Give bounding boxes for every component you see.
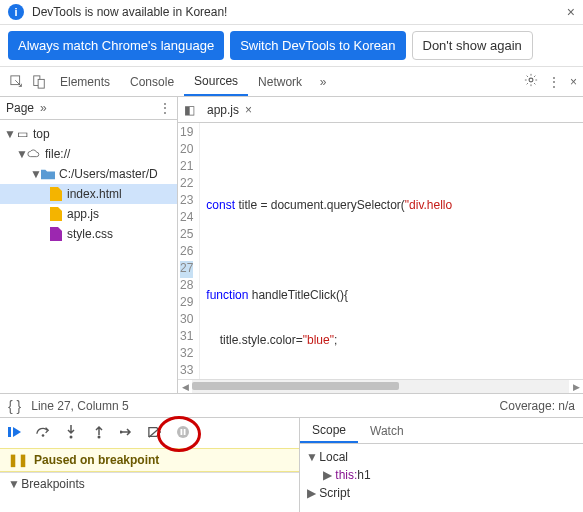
svg-rect-4 xyxy=(8,427,11,437)
tree-file-index[interactable]: index.html xyxy=(0,184,177,204)
tab-elements[interactable]: Elements xyxy=(50,67,120,96)
tab-watch[interactable]: Watch xyxy=(358,418,416,443)
tree-folder[interactable]: ▼C:/Users/master/D xyxy=(0,164,177,184)
info-icon: i xyxy=(8,4,24,20)
editor-tab-appjs[interactable]: app.js× xyxy=(201,100,258,120)
switch-language-button[interactable]: Switch DevTools to Korean xyxy=(230,31,405,60)
tab-sources[interactable]: Sources xyxy=(184,67,248,96)
svg-rect-2 xyxy=(38,79,44,88)
svg-line-9 xyxy=(149,426,161,437)
file-icon xyxy=(48,227,64,241)
svg-rect-12 xyxy=(184,429,186,435)
close-tab-icon[interactable]: × xyxy=(245,103,252,117)
close-devtools-icon[interactable]: × xyxy=(570,75,577,89)
window-icon: ▭ xyxy=(14,127,30,141)
match-language-button[interactable]: Always match Chrome's language xyxy=(8,31,224,60)
scope-this[interactable]: ▶ this: h1 xyxy=(306,466,577,484)
scroll-right-icon[interactable]: ▶ xyxy=(569,380,583,393)
settings-icon[interactable] xyxy=(524,73,538,90)
close-icon[interactable]: × xyxy=(567,4,575,20)
line-gutter[interactable]: 19202122232425262728293031323334 xyxy=(178,123,200,379)
kebab-menu-icon[interactable]: ⋮ xyxy=(548,75,560,89)
scope-script[interactable]: ▶ Script xyxy=(306,484,577,502)
tree-file-app[interactable]: app.js xyxy=(0,204,177,224)
tree-file-style[interactable]: style.css xyxy=(0,224,177,244)
info-text: DevTools is now available in Korean! xyxy=(32,5,227,19)
scroll-left-icon[interactable]: ◀ xyxy=(178,380,192,393)
folder-icon xyxy=(40,167,56,181)
code-area[interactable]: const title = document.querySelector("di… xyxy=(200,123,583,379)
more-page-icon[interactable]: » xyxy=(40,101,47,115)
pause-exceptions-icon[interactable] xyxy=(176,425,190,442)
inspect-icon[interactable] xyxy=(6,75,28,89)
svg-rect-11 xyxy=(181,429,183,435)
svg-point-3 xyxy=(529,78,533,82)
resume-icon[interactable] xyxy=(8,425,22,442)
svg-point-6 xyxy=(70,435,73,438)
step-out-icon[interactable] xyxy=(92,425,106,442)
coverage-status[interactable]: Coverage: n/a xyxy=(500,399,575,413)
sidebar-kebab-icon[interactable]: ⋮ xyxy=(159,101,171,115)
file-icon xyxy=(48,207,64,221)
tab-console[interactable]: Console xyxy=(120,67,184,96)
nav-icon[interactable]: ◧ xyxy=(184,103,195,117)
deactivate-breakpoints-icon[interactable] xyxy=(148,425,162,442)
device-icon[interactable] xyxy=(28,75,50,89)
step-into-icon[interactable] xyxy=(64,425,78,442)
tree-file-origin[interactable]: ▼file:// xyxy=(0,144,177,164)
tree-top[interactable]: ▼▭top xyxy=(0,124,177,144)
svg-point-8 xyxy=(120,430,123,433)
pretty-print-icon[interactable]: { } xyxy=(8,398,21,414)
file-icon xyxy=(48,187,64,201)
tab-network[interactable]: Network xyxy=(248,67,312,96)
horizontal-scrollbar[interactable]: ◀ ▶ xyxy=(178,379,583,393)
tab-scope[interactable]: Scope xyxy=(300,418,358,443)
scope-local[interactable]: ▼ Local xyxy=(306,448,577,466)
cursor-position: Line 27, Column 5 xyxy=(31,399,128,413)
step-over-icon[interactable] xyxy=(36,425,50,442)
cloud-icon xyxy=(26,147,42,161)
svg-point-5 xyxy=(42,434,45,437)
breakpoints-section[interactable]: ▼ Breakpoints xyxy=(0,472,299,495)
dismiss-button[interactable]: Don't show again xyxy=(412,31,533,60)
page-tab[interactable]: Page xyxy=(6,101,34,115)
more-tabs-icon[interactable]: » xyxy=(312,75,334,89)
svg-point-10 xyxy=(177,426,189,438)
svg-point-7 xyxy=(98,435,101,438)
warning-icon: ❚❚ xyxy=(8,453,28,467)
pause-message: Paused on breakpoint xyxy=(34,453,159,467)
step-icon[interactable] xyxy=(120,425,134,442)
